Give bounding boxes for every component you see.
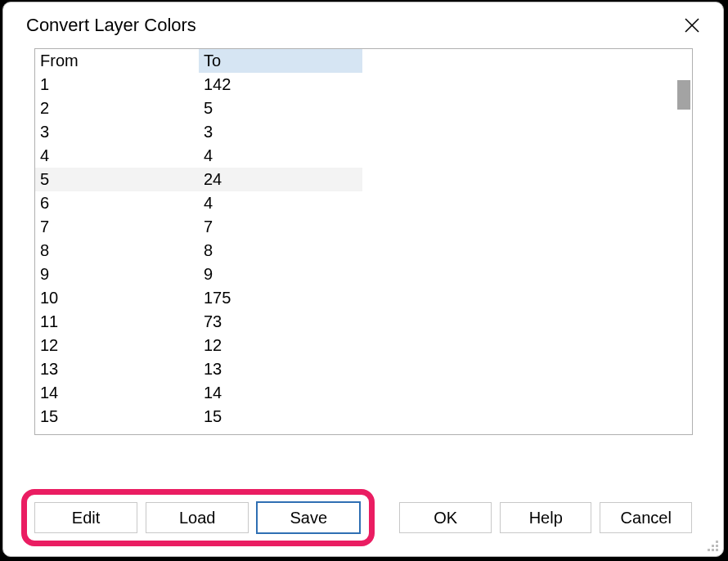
- cell-to[interactable]: 73: [199, 310, 362, 334]
- cell-to[interactable]: 12: [199, 334, 362, 357]
- cell-from[interactable]: 15: [35, 405, 199, 429]
- dialog-title: Convert Layer Colors: [26, 15, 196, 36]
- table-row[interactable]: 99: [35, 263, 362, 286]
- cell-to[interactable]: 4: [199, 144, 362, 168]
- cell-to[interactable]: 13: [199, 357, 362, 381]
- table-row[interactable]: 88: [35, 239, 362, 263]
- table-header[interactable]: FromTo: [35, 49, 362, 73]
- close-button[interactable]: [681, 14, 703, 37]
- table-row[interactable]: 1313: [35, 357, 362, 381]
- cell-from[interactable]: 8: [35, 239, 199, 263]
- load-button[interactable]: Load: [146, 502, 249, 533]
- cell-to[interactable]: 14: [199, 381, 362, 405]
- table-row[interactable]: 44: [35, 144, 362, 168]
- cell-to[interactable]: 175: [199, 286, 362, 310]
- cell-from[interactable]: 11: [35, 310, 199, 334]
- table-row[interactable]: 10175: [35, 286, 362, 310]
- cancel-button[interactable]: Cancel: [600, 502, 692, 533]
- cell-to[interactable]: 8: [199, 239, 362, 263]
- cell-to[interactable]: 3: [199, 120, 362, 144]
- table-row[interactable]: 1173: [35, 310, 362, 334]
- dialog-convert-layer-colors: Convert Layer Colors FromTo1142253344524…: [2, 2, 724, 557]
- table-row[interactable]: 1212: [35, 334, 362, 357]
- save-button[interactable]: Save: [257, 502, 360, 533]
- cell-to[interactable]: 142: [199, 73, 362, 96]
- table-row[interactable]: 1515: [35, 405, 362, 429]
- cell-from[interactable]: 9: [35, 263, 199, 286]
- table-row[interactable]: 1414: [35, 381, 362, 405]
- table-row[interactable]: 77: [35, 215, 362, 239]
- cell-to[interactable]: 7: [199, 215, 362, 239]
- cell-from[interactable]: 6: [35, 191, 199, 215]
- cell-to[interactable]: 24: [199, 168, 362, 191]
- cell-from[interactable]: 3: [35, 120, 199, 144]
- close-icon: [684, 17, 700, 34]
- color-mapping-table[interactable]: FromTo1142253344524647788991017511731212…: [34, 48, 693, 435]
- table-row[interactable]: 25: [35, 96, 362, 120]
- cell-from[interactable]: 13: [35, 357, 199, 381]
- col-header-from[interactable]: From: [35, 49, 199, 73]
- cell-from[interactable]: 12: [35, 334, 199, 357]
- scrollbar-thumb[interactable]: [677, 80, 690, 110]
- button-row: Edit Load Save OK Help Cancel: [3, 486, 723, 556]
- cell-from[interactable]: 5: [35, 168, 199, 191]
- cell-from[interactable]: 14: [35, 381, 199, 405]
- cell-from[interactable]: 4: [35, 144, 199, 168]
- table-row[interactable]: 1142: [35, 73, 362, 96]
- cell-from[interactable]: 10: [35, 286, 199, 310]
- col-header-to[interactable]: To: [199, 49, 362, 73]
- titlebar: Convert Layer Colors: [3, 2, 723, 48]
- edit-button[interactable]: Edit: [34, 502, 137, 533]
- cell-to[interactable]: 5: [199, 96, 362, 120]
- ok-button[interactable]: OK: [399, 502, 492, 533]
- cell-from[interactable]: 2: [35, 96, 199, 120]
- help-button[interactable]: Help: [500, 502, 592, 533]
- cell-from[interactable]: 1: [35, 73, 199, 96]
- cell-to[interactable]: 15: [199, 405, 362, 429]
- cell-to[interactable]: 9: [199, 263, 362, 286]
- cell-from[interactable]: 7: [35, 215, 199, 239]
- cell-to[interactable]: 4: [199, 191, 362, 215]
- dialog-content: FromTo1142253344524647788991017511731212…: [3, 48, 723, 486]
- table-row[interactable]: 33: [35, 120, 362, 144]
- table-row[interactable]: 524: [35, 168, 362, 191]
- table-row[interactable]: 64: [35, 191, 362, 215]
- resize-grip[interactable]: [707, 540, 718, 551]
